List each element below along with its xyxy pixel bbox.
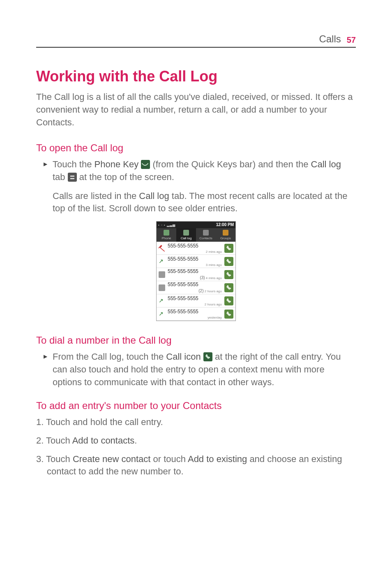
outgoing-call-icon: ↗	[159, 258, 165, 265]
call-log-row[interactable]: 555-555-55552 mins ago	[157, 242, 235, 255]
row-time: 2 hours ago	[168, 302, 222, 307]
text: tab	[53, 172, 68, 182]
bullet-marker-icon: ▶	[44, 353, 47, 360]
text: Touch and hold the call entry.	[46, 417, 163, 427]
add-to-contacts-label: Add to contacts	[72, 435, 135, 446]
text: Touch the	[53, 159, 95, 169]
tab-label: Phone	[161, 236, 171, 240]
call-log-row[interactable]: 555-555-5555(2) 2 hours ago	[157, 281, 235, 294]
call-log-label: Call log	[139, 191, 169, 201]
outgoing-call-icon: ↗	[159, 298, 165, 304]
bullet-open-call-log: ▶ Touch the Phone Key (from the Quick Ke…	[36, 158, 356, 184]
call-icon-label: Call icon	[166, 351, 201, 362]
call-log-tab-icon	[68, 173, 77, 182]
row-call-button[interactable]	[224, 244, 233, 253]
signal-icons: ▪ ▫ ▪ ▂▃▅	[158, 223, 175, 227]
text: (from the Quick Keys bar) and then the	[150, 159, 311, 169]
row-number: 555-555-5555	[168, 282, 198, 287]
step-1: 1. Touch and hold the call entry.	[36, 416, 356, 429]
phone-icon	[164, 230, 169, 236]
phone-key-icon	[141, 160, 150, 169]
row-call-button[interactable]	[224, 257, 233, 266]
row-call-button[interactable]	[224, 310, 233, 319]
missed-call-icon	[159, 245, 165, 252]
row-time: (3) 4 mins ago	[168, 275, 222, 281]
row-time: (2) 2 hours ago	[168, 288, 222, 294]
status-time: 12:00 PM	[216, 222, 234, 228]
contacts-icon	[203, 230, 209, 236]
tab-groups[interactable]: Groups	[216, 228, 235, 242]
open-call-log-note: Calls are listed in the Call log tab. Th…	[36, 190, 356, 215]
phone-key-label: Phone Key	[95, 159, 139, 169]
tab-bar: Phone Call log Contacts Groups	[157, 228, 235, 242]
create-new-contact-label: Create new contact	[73, 454, 151, 464]
subhead-add-to-contacts: To add an entry's number to your Contact…	[36, 399, 356, 413]
row-number: 555-555-5555	[168, 296, 198, 301]
row-time: 3 mins ago	[168, 263, 222, 267]
row-time: yesterday	[168, 315, 222, 320]
text: or touch	[150, 454, 188, 464]
groups-icon	[223, 230, 228, 236]
screenshot-frame: ▪ ▫ ▪ ▂▃▅ 12:00 PM Phone Call log Contac…	[156, 221, 236, 321]
row-number: 555-555-5555	[168, 268, 198, 274]
text: From the Call log, touch the	[53, 351, 166, 362]
tab-phone[interactable]: Phone	[157, 228, 176, 242]
tab-label: Contacts	[199, 236, 212, 240]
row-number: 555-555-5555	[168, 256, 198, 262]
call-log-row[interactable]: 555-555-5555(3) 4 mins ago	[157, 268, 235, 281]
text: Touch	[46, 454, 73, 464]
step-3: 3. Touch Create new contact or touch Add…	[36, 453, 356, 478]
outgoing-call-icon: ↗	[159, 311, 165, 317]
call-log-icon	[183, 230, 189, 236]
bullet-marker-icon: ▶	[44, 161, 47, 168]
header-page-number: 57	[347, 34, 356, 46]
text: at the top of the screen.	[77, 172, 174, 182]
screenshot-call-log: ▪ ▫ ▪ ▂▃▅ 12:00 PM Phone Call log Contac…	[36, 221, 356, 321]
call-log-row[interactable]: ↗555-555-55553 mins ago	[157, 255, 235, 268]
call-log-row[interactable]: ↗555-555-55552 hours ago	[157, 294, 235, 307]
tab-label: Groups	[220, 236, 231, 240]
page-header: Calls 57	[36, 32, 356, 48]
row-call-button[interactable]	[224, 270, 233, 279]
bullet-dial-number: ▶ From the Call log, touch the Call icon…	[36, 351, 356, 388]
row-number: 555-555-5555	[168, 243, 198, 249]
text: .	[134, 435, 137, 446]
subhead-open-call-log: To open the Call log	[36, 141, 356, 155]
call-icon	[203, 352, 212, 361]
add-to-existing-label: Add to existing	[188, 454, 247, 464]
status-bar: ▪ ▫ ▪ ▂▃▅ 12:00 PM	[157, 222, 235, 228]
add-to-contacts-steps: 1. Touch and hold the call entry. 2. Tou…	[36, 416, 356, 478]
incoming-call-icon	[159, 271, 165, 278]
row-call-button[interactable]	[224, 296, 233, 305]
subhead-dial-number: To dial a number in the Call log	[36, 333, 356, 347]
tab-label: Call log	[181, 236, 192, 240]
call-log-label: Call log	[311, 159, 341, 169]
tab-contacts[interactable]: Contacts	[196, 228, 216, 242]
header-section: Calls	[319, 32, 341, 46]
call-log-row[interactable]: ↗555-555-5555yesterday	[157, 307, 235, 321]
row-number: 555-555-5555	[168, 309, 198, 314]
step-2: 2. Touch Add to contacts.	[36, 435, 356, 447]
page-title: Working with the Call Log	[36, 66, 356, 87]
intro-paragraph: The Call log is a list of all the calls …	[36, 91, 356, 129]
tab-call-log[interactable]: Call log	[176, 228, 196, 242]
incoming-call-icon	[159, 284, 165, 291]
text: Touch	[46, 435, 72, 446]
row-time: 2 mins ago	[168, 250, 222, 254]
text: Calls are listed in the	[53, 191, 139, 201]
row-call-button[interactable]	[224, 283, 233, 292]
